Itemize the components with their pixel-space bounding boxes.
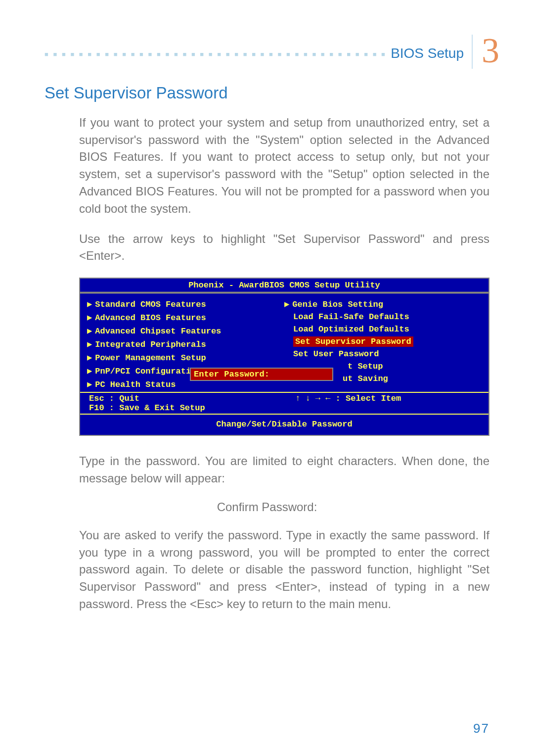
paragraph-2: Use the arrow keys to highlight "Set Sup… <box>79 231 490 265</box>
bios-menu-item: Standard CMOS Features <box>95 300 206 309</box>
bios-menu-item: Load Optimized Defaults <box>293 325 409 334</box>
bios-menu-item: PnP/PCI Configurati <box>95 367 191 376</box>
triangle-icon: ▶ <box>87 313 92 323</box>
bios-key-esc: Esc : Quit <box>89 394 275 403</box>
triangle-icon: ▶ <box>87 300 92 309</box>
bios-screenshot: Phoenix - AwardBIOS CMOS Setup Utility ▶… <box>79 278 490 436</box>
paragraph-1: If you want to protect your system and s… <box>79 114 490 218</box>
bios-menu-item-truncated: t Setup <box>348 362 383 371</box>
bios-menu-item: Advanced Chipset Features <box>95 327 221 336</box>
bios-body: ▶Standard CMOS Features ▶Advanced BIOS F… <box>80 293 489 393</box>
section-title: Set Supervisor Password <box>44 84 490 102</box>
bios-title: Phoenix - AwardBIOS CMOS Setup Utility <box>80 279 489 293</box>
page-number: 97 <box>473 721 490 736</box>
chapter-box: 3 <box>472 35 499 69</box>
bios-key-f10: F10 : Save & Exit Setup <box>89 403 275 413</box>
triangle-icon: ▶ <box>87 340 92 349</box>
header-dots: ■ ■ ■ ■ ■ ■ ■ ■ ■ ■ ■ ■ ■ ■ ■ ■ ■ ■ ■ ■ … <box>44 50 386 58</box>
bios-key-arrows: ↑ ↓ → ← : Select Item <box>275 394 482 413</box>
bios-menu-item-selected: Set Supervisor Password <box>293 336 413 347</box>
bios-menu-item: Genie Bios Setting <box>292 300 383 309</box>
triangle-icon: ▶ <box>87 380 92 389</box>
bios-menu-item: PC Health Status <box>95 380 176 389</box>
bios-footer-hint: Change/Set/Disable Password <box>80 415 489 435</box>
bios-menu-item: Integrated Peripherals <box>95 340 206 349</box>
enter-password-popup: Enter Password: <box>190 368 333 381</box>
triangle-icon: ▶ <box>284 300 289 309</box>
chapter-number: 3 <box>482 35 499 67</box>
page-header: ■ ■ ■ ■ ■ ■ ■ ■ ■ ■ ■ ■ ■ ■ ■ ■ ■ ■ ■ ■ … <box>44 35 499 69</box>
bios-key-hints: Esc : Quit F10 : Save & Exit Setup ↑ ↓ →… <box>80 393 489 415</box>
confirm-password-label: Confirm Password: <box>44 500 490 514</box>
triangle-icon: ▶ <box>87 327 92 336</box>
bios-menu-item-truncated: ut Saving <box>343 374 388 383</box>
breadcrumb: BIOS Setup <box>391 46 464 61</box>
bios-menu-item: Advanced BIOS Features <box>95 313 206 323</box>
triangle-icon: ▶ <box>87 367 92 376</box>
paragraph-4: You are asked to verify the password. Ty… <box>79 527 490 613</box>
paragraph-3: Type in the password. You are limited to… <box>79 453 490 487</box>
bios-menu-item: Set User Password <box>293 349 379 359</box>
triangle-icon: ▶ <box>87 353 92 363</box>
bios-menu-item: Power Management Setup <box>95 353 206 363</box>
bios-menu-item: Load Fail-Safe Defaults <box>293 312 409 322</box>
